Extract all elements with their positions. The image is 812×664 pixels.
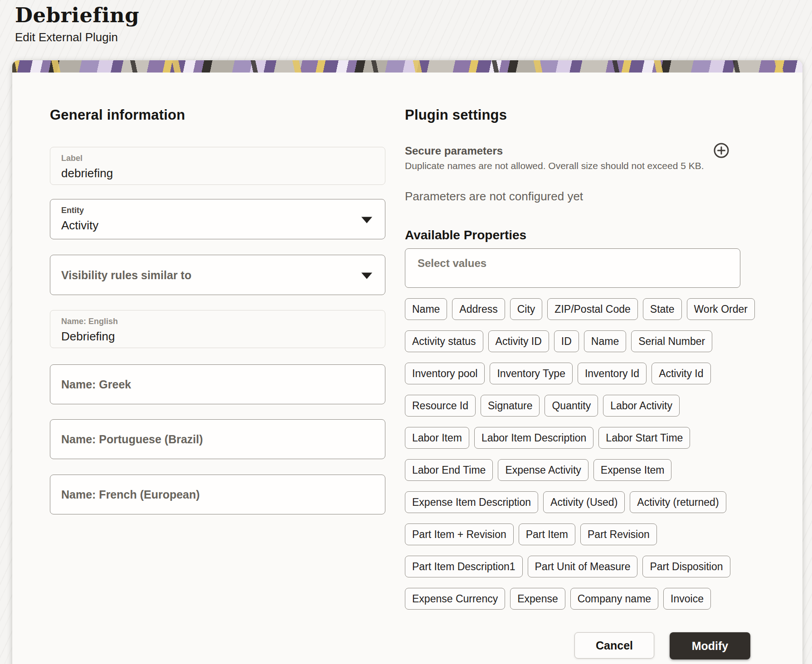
property-chip-row: NameAddressCityZIP/Postal CodeStateWork … xyxy=(405,298,749,320)
parameters-empty-state: Parameters are not configured yet xyxy=(405,189,583,204)
name-french-label: Name: French (European) xyxy=(61,488,200,501)
property-chip[interactable]: Inventory pool xyxy=(405,363,485,384)
dropdown-arrow-icon xyxy=(361,217,372,223)
plugin-settings-heading: Plugin settings xyxy=(405,107,507,123)
property-chip-row: Activity statusActivity IDIDNameSerial N… xyxy=(405,330,749,352)
property-chip-row: Expense CurrencyExpenseCompany nameInvoi… xyxy=(405,588,749,610)
property-chip-row: Resource IdSignatureQuantityLabor Activi… xyxy=(405,395,749,417)
property-chip[interactable]: State xyxy=(643,298,682,320)
page-header: Debriefing Edit External Plugin xyxy=(15,3,139,44)
property-chip[interactable]: Resource Id xyxy=(405,395,476,417)
property-chip[interactable]: Labor Activity xyxy=(603,395,680,417)
cancel-button[interactable]: Cancel xyxy=(574,632,654,659)
property-chip-row: Labor End TimeExpense ActivityExpense It… xyxy=(405,459,749,481)
select-values-placeholder: Select values xyxy=(418,257,486,270)
property-chip[interactable]: Labor Start Time xyxy=(598,427,690,449)
property-chip[interactable]: Activity (returned) xyxy=(630,491,726,513)
page-subtitle: Edit External Plugin xyxy=(15,30,139,44)
decorative-banner xyxy=(12,60,802,73)
edit-plugin-card: General information Label debriefing Ent… xyxy=(12,60,802,664)
property-chip[interactable]: Part Unit of Measure xyxy=(528,556,638,577)
label-field-value: debriefing xyxy=(61,166,113,180)
property-chip[interactable]: ZIP/Postal Code xyxy=(547,298,637,320)
modify-button[interactable]: Modify xyxy=(670,632,750,659)
footer-actions: Cancel Modify xyxy=(574,632,750,659)
property-chip-row: Part Item + RevisionPart ItemPart Revisi… xyxy=(405,523,749,545)
entity-select-value: Activity xyxy=(61,218,98,233)
plus-circle-icon xyxy=(713,153,729,160)
property-chip[interactable]: Invoice xyxy=(663,588,711,610)
property-chip-row: Labor ItemLabor Item DescriptionLabor St… xyxy=(405,427,749,449)
entity-select-label: Entity xyxy=(61,206,84,215)
property-chip[interactable]: Name xyxy=(405,298,447,320)
property-chip[interactable]: Inventory Id xyxy=(578,363,647,384)
name-greek-input[interactable]: Name: Greek xyxy=(50,364,385,404)
property-chip[interactable]: Name xyxy=(584,330,626,352)
property-chip[interactable]: Expense xyxy=(510,588,565,610)
property-chip-row: Part Item Description1Part Unit of Measu… xyxy=(405,556,749,577)
property-chip[interactable]: Serial Number xyxy=(631,330,712,352)
property-chip[interactable]: Inventory Type xyxy=(490,363,572,384)
visibility-rules-select[interactable]: Visibility rules similar to xyxy=(50,255,385,295)
dropdown-arrow-icon xyxy=(361,272,372,279)
name-portuguese-input[interactable]: Name: Portuguese (Brazil) xyxy=(50,419,385,459)
property-chip[interactable]: Quantity xyxy=(545,395,598,417)
property-chip[interactable]: Company name xyxy=(570,588,658,610)
name-french-input[interactable]: Name: French (European) xyxy=(50,475,385,514)
property-chip[interactable]: Expense Item Description xyxy=(405,491,538,513)
property-chip[interactable]: ID xyxy=(554,330,579,352)
property-chip[interactable]: Part Disposition xyxy=(642,556,730,577)
property-chip[interactable]: Expense Item xyxy=(593,459,672,481)
property-chip[interactable]: Labor Item Description xyxy=(474,427,593,449)
entity-select[interactable]: Entity Activity xyxy=(50,199,385,239)
property-chip[interactable]: Expense Currency xyxy=(405,588,505,610)
property-chip[interactable]: Expense Activity xyxy=(498,459,588,481)
property-chip[interactable]: Part Item + Revision xyxy=(405,523,514,545)
property-chip-row: Inventory poolInventory TypeInventory Id… xyxy=(405,363,749,384)
select-values-input[interactable]: Select values xyxy=(405,248,740,288)
general-information-heading: General information xyxy=(50,107,185,123)
property-chip-row: Expense Item DescriptionActivity (Used)A… xyxy=(405,491,749,513)
property-chip[interactable]: Part Item Description1 xyxy=(405,556,523,577)
name-english-field: Name: English Debriefing xyxy=(50,310,385,348)
property-chip[interactable]: Work Order xyxy=(687,298,755,320)
property-chip-rows: NameAddressCityZIP/Postal CodeStateWork … xyxy=(405,298,749,620)
label-field: Label debriefing xyxy=(50,147,385,185)
property-chip[interactable]: Part Revision xyxy=(580,523,657,545)
property-chip[interactable]: Activity Id xyxy=(652,363,710,384)
name-portuguese-label: Name: Portuguese (Brazil) xyxy=(61,433,203,446)
add-secure-parameter-button[interactable] xyxy=(713,142,729,159)
page-title: Debriefing xyxy=(15,3,139,28)
property-chip[interactable]: Labor Item xyxy=(405,427,469,449)
secure-parameters-description: Duplicate names are not allowed. Overall… xyxy=(405,160,704,171)
property-chip[interactable]: Signature xyxy=(481,395,540,417)
property-chip[interactable]: Activity (Used) xyxy=(543,491,625,513)
name-greek-label: Name: Greek xyxy=(61,378,131,391)
name-english-value: Debriefing xyxy=(61,330,115,344)
secure-parameters-title: Secure parameters xyxy=(405,145,503,157)
property-chip[interactable]: Activity status xyxy=(405,330,483,352)
property-chip[interactable]: City xyxy=(510,298,543,320)
property-chip[interactable]: Address xyxy=(452,298,505,320)
label-field-label: Label xyxy=(61,154,83,163)
available-properties-heading: Available Properties xyxy=(405,228,526,242)
property-chip[interactable]: Part Item xyxy=(519,523,575,545)
visibility-rules-label: Visibility rules similar to xyxy=(61,268,191,281)
name-english-label: Name: English xyxy=(61,317,118,326)
property-chip[interactable]: Activity ID xyxy=(488,330,549,352)
property-chip[interactable]: Labor End Time xyxy=(405,459,493,481)
